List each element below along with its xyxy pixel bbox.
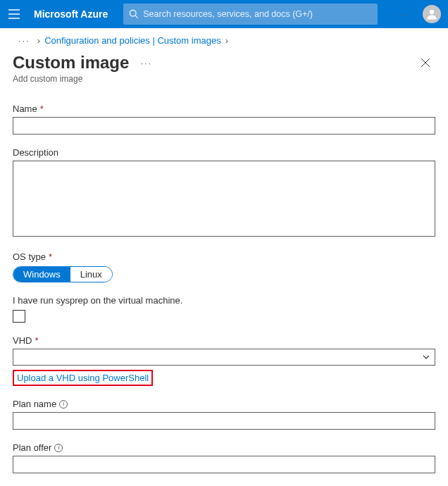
breadcrumb: ··· › Configuration and policies | Custo… — [0, 28, 448, 50]
person-icon — [425, 8, 438, 20]
title-bar: Custom image ··· — [13, 53, 435, 73]
plan-name-field[interactable] — [13, 412, 435, 430]
plan-offer-field[interactable] — [13, 456, 435, 473]
plan-name-label: Plan name i — [13, 399, 435, 409]
upload-vhd-link[interactable]: Upload a VHD using PowerShell — [17, 373, 149, 383]
vhd-select[interactable] — [13, 349, 435, 366]
chevron-right-icon: › — [225, 35, 228, 46]
chevron-down-icon — [422, 353, 430, 361]
ostype-label: OS type* — [13, 251, 435, 262]
info-icon[interactable]: i — [54, 444, 63, 452]
title-ellipsis-icon[interactable]: ··· — [137, 58, 155, 68]
header-ellipsis-icon[interactable]: ··· — [389, 0, 414, 28]
search-placeholder: Search resources, services, and docs (G+… — [143, 9, 313, 19]
description-label: Description — [13, 147, 435, 158]
breadcrumb-link-config[interactable]: Configuration and policies | Custom imag… — [44, 35, 221, 46]
avatar[interactable] — [423, 5, 441, 23]
global-search-input[interactable]: Search resources, services, and docs (G+… — [123, 4, 378, 25]
sysprep-label: I have run sysprep on the virtual machin… — [13, 295, 435, 306]
page-subtitle: Add custom image — [13, 74, 435, 84]
brand-label: Microsoft Azure — [34, 8, 108, 20]
search-icon — [129, 9, 139, 19]
name-label: Name* — [13, 104, 435, 114]
svg-line-1 — [135, 15, 138, 18]
svg-point-0 — [130, 10, 137, 16]
sysprep-checkbox[interactable] — [13, 310, 25, 323]
plan-offer-label: Plan offer i — [13, 442, 435, 453]
svg-point-2 — [430, 10, 434, 14]
name-field[interactable] — [13, 117, 435, 135]
ostype-linux-button[interactable]: Linux — [70, 267, 112, 282]
upload-vhd-highlight: Upload a VHD using PowerShell — [13, 370, 153, 386]
close-icon[interactable] — [416, 53, 435, 73]
top-bar: Microsoft Azure Search resources, servic… — [0, 0, 448, 28]
info-icon[interactable]: i — [59, 400, 68, 409]
chevron-right-icon: › — [37, 35, 40, 46]
ostype-windows-button[interactable]: Windows — [13, 267, 70, 282]
breadcrumb-ellipsis[interactable]: ··· — [15, 35, 33, 46]
description-field[interactable] — [13, 161, 435, 237]
page-title: Custom image — [13, 53, 129, 73]
hamburger-icon[interactable] — [0, 0, 28, 28]
vhd-label: VHD* — [13, 335, 435, 346]
ostype-toggle: Windows Linux — [13, 266, 113, 282]
